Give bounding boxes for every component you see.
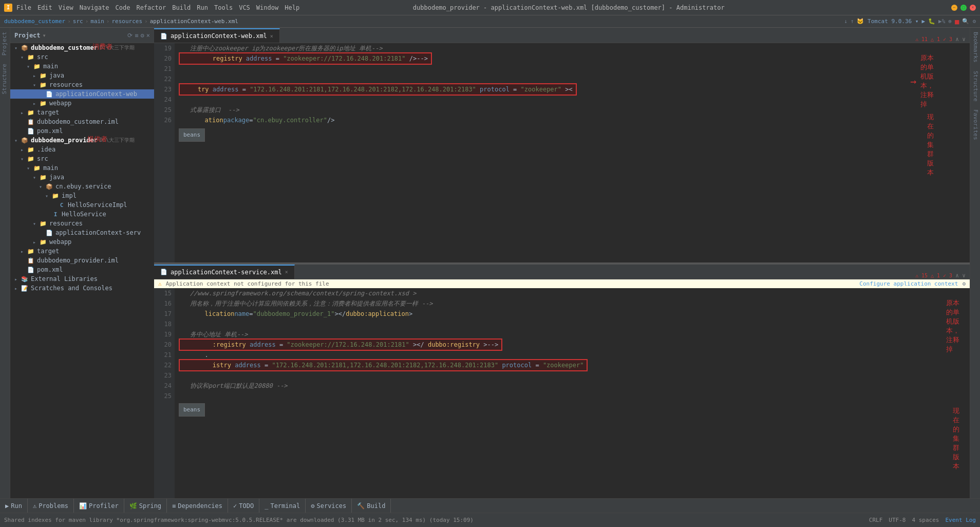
collapse-icon[interactable]: ≡ [135,32,138,39]
favorites-tab[interactable]: Favorites [970,105,980,144]
run-button[interactable]: ▶ [921,18,925,25]
tree-item-customer-iml[interactable]: 📋 dubbodemo_customer.iml [10,117,154,126]
package-icon: 📦 [45,182,53,191]
close-button[interactable]: × [970,5,976,11]
breadcrumb-part-3[interactable]: resources [111,18,142,25]
run-config-selector[interactable]: 🐱 Tomcat 9.0.36 ▾ [857,18,918,25]
indent-indicator[interactable]: 4 spaces [912,517,939,523]
top-tab-close[interactable]: × [270,33,273,39]
crlf-indicator[interactable]: CRLF [869,517,883,523]
tree-item-appcontext-web[interactable]: 📄 applicationContext-web [10,89,154,99]
tree-item-provider-pom[interactable]: 📄 pom.xml [10,265,154,274]
tree-item-provider-iml[interactable]: 📋 dubbodemo_provider.iml [10,256,154,265]
tree-arrow: ▾ [21,54,27,60]
hide-panel-icon[interactable]: × [146,32,150,39]
build-tab[interactable]: 🔨 Build [352,499,391,513]
minimize-button[interactable]: − [951,5,957,11]
title-bar: I File Edit View Navigate Code Refactor … [0,0,980,15]
tree-item-customer-resources[interactable]: ▾ 📁 resources [10,80,154,89]
menu-refactor[interactable]: Refactor [136,4,166,11]
menu-run[interactable]: Run [197,4,208,11]
tree-item-provider-module[interactable]: ▾ 📦 dubbodemo_provider D:\大三下学期 [10,136,154,145]
debug-button[interactable]: 🐛 [928,18,935,25]
project-panel-header: Project ▾ ⟳ ≡ ⚙ × [10,28,154,43]
project-tab[interactable]: Project [0,28,10,60]
spring-tab[interactable]: 🌿 Spring [124,499,167,513]
tree-item-provider-webapp[interactable]: ▸ 📁 webapp [10,237,154,247]
bot-code-line-19: 务中心地址 单机--> [179,329,966,340]
maximize-button[interactable]: □ [960,5,967,11]
app-window: I File Edit View Navigate Code Refactor … [0,0,980,527]
tree-item-provider-package[interactable]: ▾ 📦 cn.ebuy.service [10,182,154,191]
dependencies-tab[interactable]: ≡ Dependencies [167,499,228,513]
tree-item-provider-src[interactable]: ▾ 📁 src [10,154,154,163]
menu-navigate[interactable]: Navigate [80,4,109,11]
run-tab[interactable]: ▶ Run [0,499,28,513]
top-code-editor[interactable]: 19 20 21 22 23 24 25 26 注册中心zookeeper [154,43,970,262]
search-everywhere-button[interactable]: 🔍 [962,18,969,25]
vcs-push-icon[interactable]: ↑ [851,18,854,25]
tree-item-customer-target[interactable]: ▸ 📁 target [10,108,154,117]
terminal-tab[interactable]: _ Terminal [259,499,306,513]
breadcrumb-part-1[interactable]: src [73,18,83,25]
tree-item-hello-service[interactable]: I HelloService [10,210,154,219]
tree-item-customer-pom[interactable]: 📄 pom.xml [10,126,154,136]
top-tab-active[interactable]: 📄 applicationContext-web.xml × [154,28,280,43]
code-line-19: 注册中心zookeeper ip为zookeeper所在服务器的ip地址 单机-… [179,43,966,53]
sync-icon[interactable]: ⟳ [127,32,133,39]
tree-item-appcontext-service[interactable]: 📄 applicationContext-serv [10,228,154,237]
breadcrumb-part-4[interactable]: applicationContext-web.xml [150,18,238,25]
problems-tab[interactable]: ⚠ Problems [28,499,74,513]
tree-item-customer-module[interactable]: ▾ 📦 dubbodemo_customer D:\大三下学期 [10,43,154,52]
tree-item-customer-java[interactable]: ▸ 📁 java [10,71,154,80]
services-tab[interactable]: ⚙ Services [306,499,352,513]
coverage-button[interactable]: ▶% [938,18,945,25]
menu-file[interactable]: File [16,4,31,11]
encoding-indicator[interactable]: UTF-8 [889,517,906,523]
tree-arrow: ▾ [39,184,45,190]
bot-code-line-18 [179,319,966,329]
tree-item-provider-java[interactable]: ▾ 📁 java [10,173,154,182]
tree-item-provider-target[interactable]: ▸ 📁 target [10,247,154,256]
menu-edit[interactable]: Edit [37,4,52,11]
bottom-code-editor[interactable]: 15 16 17 18 19 20 21 22 23 24 25 [154,288,970,499]
structure-tab[interactable]: Structure [970,67,980,106]
settings-icon[interactable]: ⚙ [962,280,966,287]
tree-item-customer-main[interactable]: ▾ 📁 main [10,62,154,71]
menu-view[interactable]: View [59,4,73,11]
todo-tab[interactable]: ✓ TODO [228,499,259,513]
stop-button[interactable]: ■ [955,17,959,26]
configure-context-link[interactable]: Configure application context [859,280,958,287]
tree-item-scratches[interactable]: ▸ 📝 Scratches and Consoles [10,284,154,293]
breadcrumb-part-0[interactable]: dubbodemo_customer [4,18,65,25]
tree-item-hello-impl[interactable]: C HelloServiceImpl [10,200,154,210]
menu-vcs[interactable]: VCS [239,4,250,11]
iml-file-icon: 📋 [27,118,35,126]
tree-item-provider-main[interactable]: ▾ 📁 main [10,163,154,173]
tree-item-provider-resources[interactable]: ▾ 📁 resources [10,219,154,228]
menu-help[interactable]: Help [285,4,299,11]
tree-item-external-libraries[interactable]: ▸ 📚 External Libraries [10,274,154,284]
structure-tab-left[interactable]: Structure [0,60,10,99]
tree-item-customer-src[interactable]: ▾ 📁 src [10,52,154,62]
todo-icon: ✓ [233,502,237,510]
bottom-tab-close[interactable]: × [285,269,288,275]
settings-panel-icon[interactable]: ⚙ [141,32,144,39]
settings-button[interactable]: ⚙ [972,18,976,25]
menu-code[interactable]: Code [116,4,130,11]
bottom-tab-active[interactable]: 📄 applicationContext-service.xml × [154,265,295,279]
app-icon: I [4,4,12,12]
vcs-update-icon[interactable]: ↓ [844,18,847,25]
bookmarks-tab[interactable]: Bookmarks [970,28,980,67]
profiler-tab[interactable]: 📊 Profiler [74,499,124,513]
menu-tools[interactable]: Tools [214,4,233,11]
tree-item-provider-idea[interactable]: ▸ 📁 .idea [10,145,154,154]
breadcrumb-part-2[interactable]: main [90,18,104,25]
menu-build[interactable]: Build [172,4,191,11]
event-log-link[interactable]: Event Log [945,517,976,523]
tree-item-provider-impl[interactable]: ▾ 📁 impl [10,191,154,200]
src-folder-icon: 📁 [39,173,47,181]
profile-button[interactable]: ⊕ [948,18,952,25]
menu-window[interactable]: Window [256,4,278,11]
tree-item-customer-webapp[interactable]: ▸ 📁 webapp [10,99,154,108]
